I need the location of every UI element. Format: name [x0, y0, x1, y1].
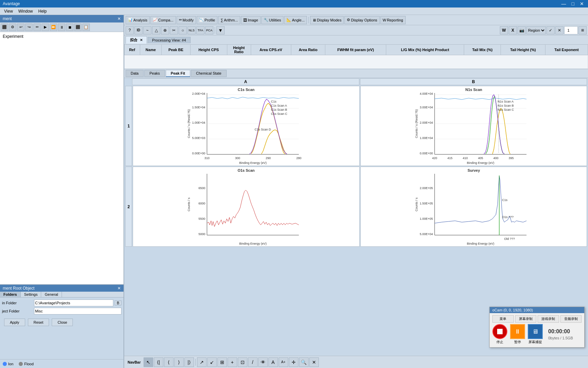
- text-plus-btn[interactable]: A+: [279, 357, 288, 367]
- display-options-button[interactable]: ⚙ Display Options: [344, 16, 379, 24]
- compare-button[interactable]: 📈 Compa...: [150, 16, 176, 24]
- profile-button[interactable]: 📉 Profile: [197, 16, 217, 24]
- menu-help[interactable]: Help: [35, 8, 49, 14]
- crosshair-icon-btn[interactable]: ⊕: [161, 26, 169, 34]
- c1s-chart-cell[interactable]: C1s Scan 0.00E+00 5.00E+03 1.00E+04 1.50…: [133, 86, 360, 166]
- menu-view[interactable]: View: [1, 8, 16, 14]
- arrow-down-icon-btn[interactable]: ▼: [216, 26, 225, 34]
- tab-data[interactable]: Data: [126, 70, 144, 77]
- menu-bar: View Window Help: [0, 7, 588, 15]
- clear-btn[interactable]: ✕: [309, 357, 319, 367]
- check-icon-btn[interactable]: ✓: [546, 26, 555, 34]
- apply-button[interactable]: Apply: [4, 319, 25, 326]
- draw-select-btn[interactable]: ⊡: [238, 357, 247, 367]
- modify-button[interactable]: ✏ Modify: [177, 16, 196, 24]
- image-button[interactable]: 🖼 Image: [241, 16, 261, 24]
- n1s-chart-cell[interactable]: N1s Scan 0.00E+00 1.00E+04 2.00E+04 3.00…: [360, 86, 587, 166]
- tab-peak-fit[interactable]: Peak Fit: [166, 70, 190, 77]
- number-input[interactable]: [564, 26, 578, 34]
- toolbar-icon-3[interactable]: ↩: [17, 24, 24, 31]
- tab-peaks[interactable]: Peaks: [144, 70, 165, 77]
- draw-cross-btn[interactable]: ⊞: [217, 357, 227, 367]
- toolbar-icon-11[interactable]: 📋: [82, 24, 90, 31]
- close-panel-button[interactable]: Close: [52, 319, 73, 326]
- tab-general[interactable]: General: [41, 292, 62, 297]
- reporting-button[interactable]: W Reporting: [380, 16, 406, 24]
- analysis-button[interactable]: 📊 Analysis: [126, 16, 150, 24]
- object-folder-field[interactable]: [34, 308, 121, 315]
- ocam-menu-btn[interactable]: 菜单: [492, 315, 514, 323]
- x-icon-btn[interactable]: X: [509, 26, 517, 34]
- browse-button[interactable]: B: [115, 301, 121, 305]
- toolbar-icon-7[interactable]: ⏩: [50, 24, 57, 31]
- nls-icon-btn[interactable]: NLS: [187, 26, 196, 34]
- toolbar-icon-4[interactable]: ↪: [25, 24, 33, 31]
- x2-icon-btn[interactable]: ✕: [555, 26, 564, 34]
- maximize-button[interactable]: □: [570, 1, 576, 6]
- ocam-stop-button[interactable]: [492, 324, 507, 339]
- utilities-button[interactable]: 🔧 Utilities: [261, 16, 283, 24]
- toolbar-icon-5[interactable]: ✏: [33, 24, 41, 31]
- toolbar-icon-8[interactable]: ⏸: [58, 24, 65, 31]
- tree-item-experiment[interactable]: Experiment: [1, 33, 122, 40]
- tab-processing-view[interactable]: Processing View: #4: [148, 37, 190, 43]
- region-select[interactable]: Region: [526, 26, 546, 34]
- input-folder-field[interactable]: [34, 300, 113, 306]
- draw-diagonal-btn[interactable]: /: [248, 357, 258, 367]
- camera-icon-btn[interactable]: 📷: [518, 26, 526, 34]
- toolbar-icon-1[interactable]: ⬛: [1, 24, 8, 31]
- tab-folders[interactable]: Folders: [0, 292, 21, 297]
- circle-icon-btn[interactable]: ○: [179, 26, 187, 34]
- nav-btn2[interactable]: ⟨: [164, 357, 174, 367]
- close-button[interactable]: ✕: [578, 1, 585, 6]
- bottom-panel-close[interactable]: ✕: [117, 286, 121, 291]
- c1s-x290: 290: [266, 156, 271, 160]
- text-btn[interactable]: A: [268, 357, 278, 367]
- c1s-y4: 2.00E+04: [192, 92, 205, 95]
- tab-nihe-close[interactable]: ✕: [140, 38, 143, 42]
- draw-arrow-btn[interactable]: ↗: [197, 357, 207, 367]
- angle-button[interactable]: 📐 Angle...: [284, 16, 307, 24]
- menu-window[interactable]: Window: [16, 8, 36, 14]
- toolbar-icon-10[interactable]: ⬛: [74, 24, 82, 31]
- move-btn[interactable]: ✛: [289, 357, 298, 367]
- row-2-header: 2: [125, 167, 132, 247]
- toolbar-icon-6[interactable]: ▶: [42, 24, 49, 31]
- processing-tabs-section: 拟合 ✕ Processing View: #4: [124, 35, 588, 44]
- w-icon-btn[interactable]: W: [500, 26, 508, 34]
- tab-chemical-state[interactable]: Chemical State: [191, 70, 227, 77]
- question-icon-btn[interactable]: ?: [126, 26, 134, 34]
- nav-btn3[interactable]: ⟩: [174, 357, 184, 367]
- tab-nihe[interactable]: 拟合 ✕: [126, 36, 147, 44]
- survey-chart-cell[interactable]: Survey 5.00E+04 1.00E+05 1.50E+05 2.00E+…: [360, 167, 587, 247]
- ocam-stop-group: 停止: [492, 324, 507, 344]
- toolbar-icon-9[interactable]: ⏹: [66, 24, 74, 31]
- grid-icon-btn[interactable]: ⊞: [578, 26, 587, 34]
- tab-settings[interactable]: Settings: [21, 292, 42, 297]
- wave-icon-btn[interactable]: ~: [143, 26, 151, 34]
- display-modes-button[interactable]: 🖥 Display Modes: [310, 16, 344, 24]
- toolbar-icon-2[interactable]: ⚙: [9, 24, 16, 31]
- nav-btn1[interactable]: ⟨|: [154, 357, 163, 367]
- scissors-icon-btn[interactable]: ✂: [170, 26, 178, 34]
- tfa-icon-btn[interactable]: TFA: [196, 26, 205, 34]
- id-icon-btn[interactable]: ID: [134, 26, 143, 34]
- nav-btn4[interactable]: |⟩: [184, 357, 194, 367]
- minimize-button[interactable]: —: [560, 1, 568, 6]
- ocam-audio-record-btn[interactable]: 音频录制: [560, 315, 582, 323]
- eye-btn[interactable]: 👁: [258, 357, 268, 367]
- ocam-pause-button[interactable]: ⏸: [510, 324, 525, 339]
- reset-button[interactable]: Reset: [28, 319, 49, 326]
- ocam-capture-button[interactable]: 🖥: [528, 324, 543, 339]
- left-panel-close[interactable]: ✕: [117, 16, 121, 21]
- o1s-chart-cell[interactable]: O1s Scan 5000 5500 6000 6500 Binding Ene…: [133, 167, 360, 247]
- draw-line-btn[interactable]: ↙: [207, 357, 217, 367]
- zoom-plus-btn[interactable]: 🔍: [299, 357, 309, 367]
- ocam-screen-record-btn[interactable]: 屏幕录制: [515, 315, 537, 323]
- cursor-btn[interactable]: ↖: [144, 357, 153, 367]
- ocam-game-record-btn[interactable]: 游戏录制: [538, 315, 559, 323]
- pca-icon-btn[interactable]: PCA: [205, 26, 213, 34]
- draw-plus-btn[interactable]: +: [228, 357, 237, 367]
- triangle-icon-btn[interactable]: △: [152, 26, 160, 34]
- arithm-button[interactable]: ∑ Arithm...: [218, 16, 240, 24]
